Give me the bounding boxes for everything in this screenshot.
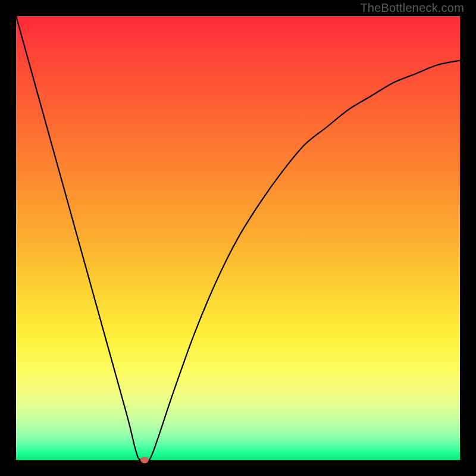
plot-area xyxy=(16,16,460,460)
bottleneck-curve xyxy=(16,16,460,460)
watermark-text: TheBottleneck.com xyxy=(360,1,464,15)
min-marker-dot xyxy=(140,457,149,464)
chart-frame: TheBottleneck.com xyxy=(0,0,476,476)
